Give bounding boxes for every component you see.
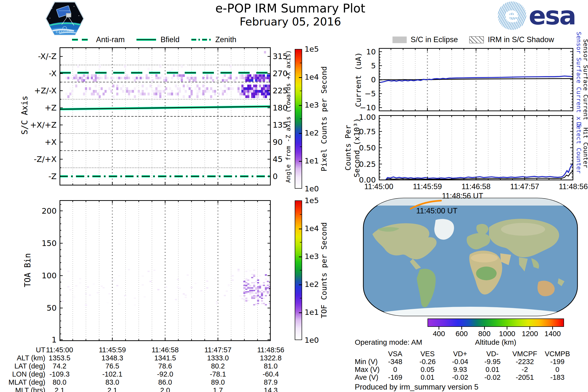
angle-tick-label: 45 bbox=[273, 154, 283, 164]
colorbar-tick-label: 1e4 bbox=[304, 224, 319, 233]
colorbar-tick bbox=[299, 105, 302, 106]
sensor-current-x5-label: Sensor Surface Current x 5 bbox=[575, 32, 582, 128]
colorbar-minor-tick bbox=[300, 91, 302, 91]
colorbar-tick-label: 1e0 bbox=[304, 184, 319, 193]
sc-axis-tick-label: -Z/+X bbox=[0, 154, 56, 164]
legend-item-antiram: Anti-ram bbox=[72, 35, 125, 44]
colorbar-tick bbox=[299, 161, 302, 162]
tof-colorbar bbox=[295, 200, 302, 340]
legend-item-bfield: Bfield bbox=[136, 35, 180, 44]
colorbar-tick-label: 1e1 bbox=[304, 156, 319, 165]
voltage-column-header: VCMPB bbox=[520, 350, 588, 358]
track-start-time: 11:45:00 UT bbox=[416, 206, 458, 215]
sensor-current-plot bbox=[379, 48, 573, 111]
time-tick-label: 11:48:56 bbox=[536, 182, 588, 191]
sc-axis-tick-label: -X bbox=[0, 69, 56, 78]
counter-rates-plot bbox=[379, 115, 573, 180]
track-end-time: 11:48:56 UT bbox=[442, 192, 483, 200]
ephemeris-value: 87.9 bbox=[234, 378, 308, 386]
detect-counter-label: Detect Counter bbox=[575, 122, 582, 174]
operating-mode: Operating mode: AM bbox=[355, 338, 422, 346]
colorbar-tick-label: 1e3 bbox=[304, 252, 319, 261]
legend-item-shadow: IRM in S/C Shadow bbox=[469, 35, 554, 44]
colorbar-minor-tick bbox=[300, 298, 302, 298]
voltage-value: -183 bbox=[520, 374, 588, 382]
angle-tick-label: 225 bbox=[273, 86, 288, 95]
legend-label: IRM in S/C Shadow bbox=[488, 35, 554, 44]
world-map bbox=[362, 198, 578, 316]
sc-axis-tick-label: +X/+Z bbox=[0, 120, 56, 130]
bfield-line-sample bbox=[136, 38, 156, 42]
toa-bin-heatmap-plot bbox=[60, 200, 271, 341]
altitude-tick-label: 1400 bbox=[516, 330, 588, 338]
legend-label: S/C in Eclipse bbox=[410, 35, 458, 44]
toa-tick-label: 1 bbox=[0, 335, 56, 344]
colorbar-tick-label: 1e1 bbox=[304, 308, 319, 316]
orientation-legend: Anti-ram Bfield Zenith bbox=[72, 35, 248, 44]
sc-axis-tick-label: -Z bbox=[0, 172, 56, 181]
sc-axis-tick-label: -X/-Z bbox=[0, 52, 56, 61]
sc-axis-heatmap-plot bbox=[60, 47, 271, 186]
ephemeris-value: 11:48:56 bbox=[234, 346, 308, 354]
altitude-colorbar-label: Altitude (km) bbox=[475, 338, 516, 346]
altitude-tick bbox=[507, 327, 508, 330]
ephemeris-value: 81.0 bbox=[234, 362, 308, 370]
toa-ylabel: TOA Bin bbox=[23, 253, 32, 287]
angle-tick-label: 0 bbox=[273, 172, 278, 181]
y-tick-label: 5 bbox=[302, 61, 376, 70]
colorbar-tick-label: 1e5 bbox=[304, 44, 319, 54]
legend-item-zenith: Zenith bbox=[191, 35, 236, 44]
ephemeris-value: 14.3 bbox=[234, 386, 308, 392]
legend-label: Bfield bbox=[160, 35, 180, 44]
sc-axis-tick-label: +Z/-X bbox=[0, 86, 56, 95]
toa-tick-label: 150 bbox=[0, 239, 56, 248]
colorbar-tick bbox=[299, 256, 302, 257]
eclipse-legend: S/C in Eclipse IRM in S/C Shadow bbox=[392, 35, 565, 44]
angle-tick-label: 180 bbox=[273, 103, 288, 112]
toa-tick-label: 100 bbox=[0, 271, 56, 280]
satellite-body bbox=[66, 13, 71, 17]
colorbar-minor-tick bbox=[300, 118, 302, 119]
altitude-tick bbox=[530, 327, 530, 330]
colorbar-tick bbox=[299, 133, 302, 134]
y-tick-label: 1.00 bbox=[302, 113, 376, 122]
esa-wordmark: esa bbox=[529, 3, 576, 28]
colorbar-minor-tick bbox=[300, 270, 302, 270]
colorbar-tick-label: 1e4 bbox=[304, 72, 319, 81]
angle-tick-label: 90 bbox=[273, 138, 283, 147]
colorbar-tick-label: 1e2 bbox=[304, 280, 319, 288]
colorbar-tick bbox=[299, 77, 302, 78]
colorbar-minor-tick bbox=[300, 146, 302, 147]
toa-tick-label: 50 bbox=[0, 303, 56, 312]
ephemeris-value: 1322.8 bbox=[234, 354, 308, 362]
colorbar-tick-label: 1e3 bbox=[304, 100, 319, 109]
colorbar-tick-label: 1e5 bbox=[304, 196, 319, 205]
ephemeris-value: -60.4 bbox=[234, 370, 308, 378]
eclipse-swatch bbox=[392, 36, 407, 43]
colorbar-minor-tick bbox=[300, 214, 302, 214]
y-tick-label: −5 bbox=[302, 89, 376, 98]
legend-label: Zenith bbox=[215, 35, 236, 44]
colorbar-tick-label: 1e0 bbox=[304, 336, 319, 344]
esa-globe-e: e bbox=[505, 2, 519, 27]
voltage-value: -199 bbox=[520, 358, 588, 366]
sc-axis-tick-label: +Z bbox=[0, 103, 56, 112]
esa-globe-icon: e bbox=[498, 2, 526, 30]
cassiope-mission-patch: CASSIOPE bbox=[44, 1, 85, 36]
colorbar-tick bbox=[299, 228, 302, 229]
zenith-line-sample bbox=[191, 38, 212, 42]
altitude-colorbar bbox=[428, 318, 564, 327]
shadow-hatch-swatch bbox=[469, 36, 484, 43]
pixel-colorbar bbox=[295, 49, 302, 189]
angle-tick-label: 315 bbox=[273, 52, 288, 61]
esa-logo: e esa bbox=[498, 2, 576, 30]
toa-tick-label: 200 bbox=[0, 206, 56, 216]
colorbar-tick bbox=[299, 312, 302, 313]
altitude-tick bbox=[438, 327, 439, 330]
produced-by: Produced by irm_summary version 5 bbox=[355, 383, 478, 392]
sc-axis-tick-label: +X bbox=[0, 138, 56, 147]
altitude-tick bbox=[461, 327, 462, 330]
antiram-line-sample bbox=[72, 38, 92, 42]
legend-label: Anti-ram bbox=[96, 35, 125, 44]
voltage-value: 0 bbox=[520, 366, 588, 374]
